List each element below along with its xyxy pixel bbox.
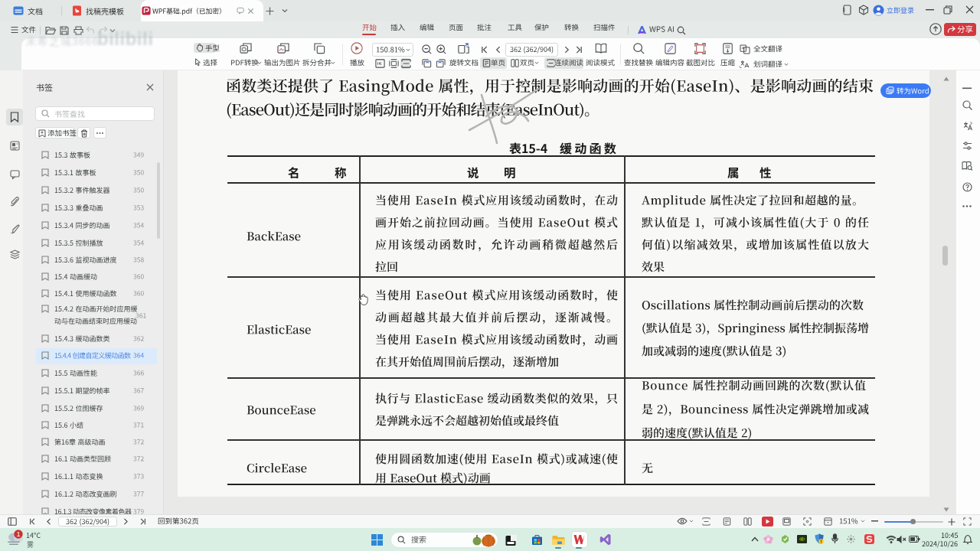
- svg-text:W: W: [889, 88, 893, 93]
- svg-text:1: 1: [17, 530, 21, 538]
